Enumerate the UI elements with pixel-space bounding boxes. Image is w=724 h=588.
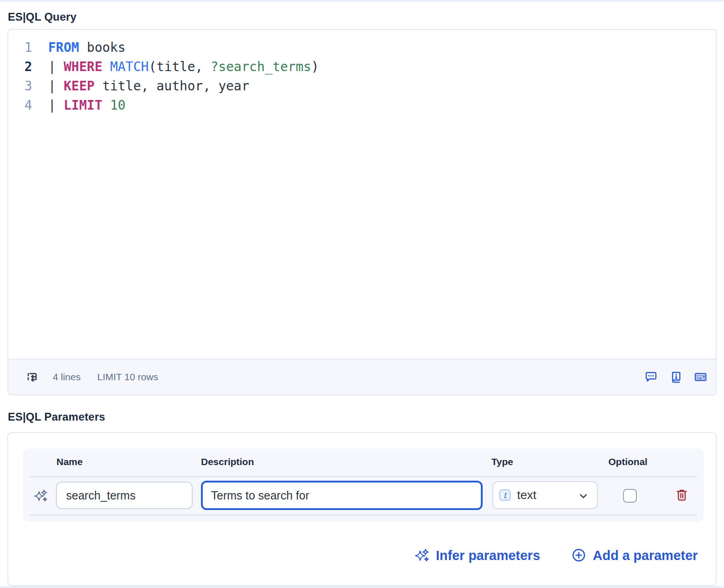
parameter-type-value: text (517, 488, 536, 502)
top-edge-strip (0, 0, 724, 2)
column-header-optional: Optional (608, 456, 647, 467)
add-parameter-label: Add a parameter (593, 548, 698, 563)
line-number: 1 (8, 38, 32, 57)
code-line-content: | WHERE MATCH(title, ?search_terms) (32, 57, 319, 77)
line-number: 3 (8, 77, 32, 96)
chevron-down-icon (577, 490, 590, 502)
ai-sparkles-icon (33, 488, 48, 503)
parameters-section-title: ES|QL Parameters (8, 410, 105, 423)
column-header-description: Description (201, 456, 254, 467)
code-line: 2| WHERE MATCH(title, ?search_terms) (8, 57, 716, 77)
word-wrap-icon[interactable] (26, 370, 39, 383)
keyboard-shortcuts-icon[interactable] (694, 370, 707, 384)
parameter-name-input[interactable] (56, 482, 193, 509)
column-header-name: Name (56, 456, 83, 467)
header-divider (29, 476, 697, 477)
parameter-description-input[interactable] (201, 481, 483, 510)
column-header-type: Type (491, 456, 513, 467)
parameter-type-select[interactable]: t text (492, 481, 598, 509)
limit-rows-status: LIMIT 10 rows (97, 360, 158, 394)
parameters-table: Name Description Type Optional t text (23, 449, 704, 522)
text-type-token-icon: t (499, 489, 511, 501)
line-count-status: 4 lines (53, 360, 81, 394)
feedback-comment-icon[interactable] (644, 370, 658, 384)
row-divider (29, 515, 697, 516)
bottom-edge-strip (0, 586, 724, 588)
query-section-title: ES|QL Query (8, 11, 77, 23)
esql-query-editor[interactable]: 1FROM books2| WHERE MATCH(title, ?search… (7, 29, 717, 395)
delete-parameter-trash-icon[interactable] (674, 488, 689, 502)
add-parameter-button[interactable]: Add a parameter (571, 548, 698, 563)
infer-parameters-button[interactable]: Infer parameters (414, 548, 540, 563)
code-line: 1FROM books (8, 38, 716, 57)
optional-checkbox[interactable] (623, 489, 637, 503)
line-number: 4 (8, 96, 32, 115)
code-line-content: FROM books (32, 38, 126, 57)
infer-parameters-label: Infer parameters (436, 548, 540, 563)
code-line-content: | LIMIT 10 (32, 96, 126, 115)
code-line: 3| KEEP title, author, year (8, 77, 716, 96)
editor-footer: 4 lines LIMIT 10 rows (8, 359, 716, 394)
code-lines[interactable]: 1FROM books2| WHERE MATCH(title, ?search… (8, 38, 716, 115)
line-number: 2 (8, 57, 32, 77)
code-line-content: | KEEP title, author, year (32, 77, 249, 96)
sparkles-icon (414, 548, 430, 563)
code-line: 4| LIMIT 10 (8, 96, 716, 115)
plus-circle-icon (571, 548, 587, 563)
documentation-book-icon[interactable] (669, 370, 683, 384)
parameters-panel: Name Description Type Optional t text (7, 432, 717, 586)
